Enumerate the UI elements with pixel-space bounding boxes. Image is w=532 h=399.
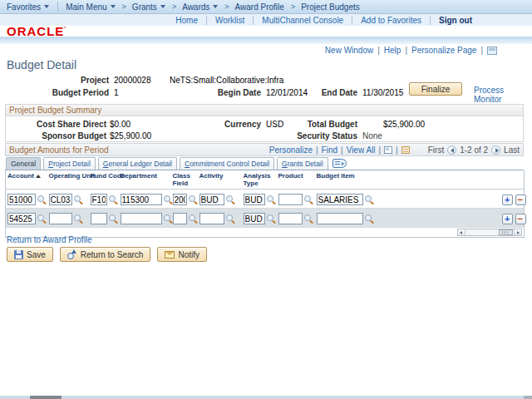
personalize-page-link[interactable]: Personalize Page xyxy=(411,46,476,55)
pagination-first-label[interactable]: First xyxy=(428,145,444,155)
budget-item-lookup-icon[interactable] xyxy=(365,214,373,223)
find-link[interactable]: Find xyxy=(322,145,337,155)
add-row-button[interactable] xyxy=(502,195,513,205)
breadcrumb-award-profile[interactable]: Award Profile xyxy=(224,2,284,12)
tab-project-detail[interactable]: Project Detail xyxy=(43,157,96,170)
scrollbar-track[interactable] xyxy=(466,229,514,235)
breadcrumb-grants[interactable]: Grants xyxy=(122,2,165,12)
download-grid-icon[interactable] xyxy=(401,146,410,154)
page-title: Budget Detail xyxy=(7,58,76,71)
return-to-award-profile-link[interactable]: Return to Award Profile xyxy=(7,235,92,244)
operating-unit-input[interactable] xyxy=(49,213,72,224)
personalize-link[interactable]: Personalize xyxy=(269,145,313,155)
account-lookup-icon[interactable] xyxy=(37,214,46,223)
column-header-department[interactable]: Department xyxy=(119,170,171,190)
save-button[interactable]: Save xyxy=(7,247,53,262)
breadcrumb-label: Favorites xyxy=(7,2,41,12)
breadcrumb-project-budgets[interactable]: Project Budgets xyxy=(291,2,360,12)
product-lookup-icon[interactable] xyxy=(304,214,313,223)
product-input[interactable] xyxy=(278,194,303,205)
column-header-fund-code[interactable]: Fund Code xyxy=(89,170,119,190)
personalize-layout-icon[interactable] xyxy=(487,47,497,55)
scroll-left-icon[interactable] xyxy=(458,229,466,235)
delete-row-button[interactable] xyxy=(515,214,526,224)
notify-button[interactable]: Notify xyxy=(157,247,207,262)
class-field-input[interactable] xyxy=(173,213,187,224)
analysis-type-input[interactable] xyxy=(244,194,265,205)
sort-ascending-icon xyxy=(36,175,41,178)
pagination-last-label[interactable]: Last xyxy=(504,145,520,155)
page-horizontal-scrollbar[interactable] xyxy=(0,396,532,399)
class-field-lookup-icon[interactable] xyxy=(189,214,197,223)
view-all-link[interactable]: View All xyxy=(347,145,376,155)
fund-code-input[interactable] xyxy=(91,194,107,205)
page-scrollbar-thumb[interactable] xyxy=(30,396,62,399)
chevron-down-icon xyxy=(44,5,49,8)
separator xyxy=(377,46,380,55)
department-lookup-icon[interactable] xyxy=(164,195,172,204)
column-header-account[interactable]: Account xyxy=(6,170,47,190)
analysis-type-lookup-icon[interactable] xyxy=(267,214,275,223)
operating-unit-input[interactable] xyxy=(49,194,72,205)
grid-horizontal-scrollbar[interactable] xyxy=(457,229,522,236)
show-all-columns-icon[interactable] xyxy=(332,159,347,168)
tab-general[interactable]: General xyxy=(6,157,41,170)
column-header-activity[interactable]: Activity xyxy=(198,170,242,190)
activity-lookup-icon[interactable] xyxy=(226,214,234,223)
zoom-grid-icon[interactable] xyxy=(384,146,392,154)
activity-lookup-icon[interactable] xyxy=(226,195,234,204)
multichannel-console-link[interactable]: MultiChannel Console xyxy=(253,16,352,25)
activity-input[interactable] xyxy=(200,194,224,205)
tab-commitment-control-detail[interactable]: Commitment Control Detail xyxy=(180,157,274,170)
delete-row-button[interactable] xyxy=(515,195,526,205)
budget-item-lookup-icon[interactable] xyxy=(365,195,373,204)
product-lookup-icon[interactable] xyxy=(304,195,313,204)
department-input[interactable] xyxy=(121,194,162,205)
account-lookup-icon[interactable] xyxy=(37,195,46,204)
return-to-search-button[interactable]: Return to Search xyxy=(60,247,151,262)
activity-input[interactable] xyxy=(200,213,224,224)
account-input[interactable] xyxy=(7,194,36,205)
product-input[interactable] xyxy=(278,213,303,224)
scrollbar-thumb[interactable] xyxy=(499,229,513,235)
column-header-analysis-type[interactable]: Analysis Type xyxy=(242,170,277,190)
process-monitor-link[interactable]: Process Monitor xyxy=(474,86,532,104)
finalize-button[interactable]: Finalize xyxy=(409,82,462,96)
add-to-favorites-link[interactable]: Add to Favorites xyxy=(352,16,430,25)
department-input[interactable] xyxy=(121,213,162,224)
column-header-class-field[interactable]: Class Field xyxy=(171,170,198,190)
class-field-lookup-icon[interactable] xyxy=(189,195,197,204)
previous-rows-icon[interactable] xyxy=(447,145,456,155)
help-link[interactable]: Help xyxy=(384,46,401,55)
column-header-budget-item[interactable]: Budget Item xyxy=(315,170,385,190)
new-window-link[interactable]: New Window xyxy=(325,46,373,55)
tab-general-ledger-detail[interactable]: General Ledger Detail xyxy=(98,157,177,170)
summary-section-header: Project Budget Summary xyxy=(6,105,523,116)
breadcrumb-favorites[interactable]: Favorites xyxy=(7,2,49,12)
next-rows-icon[interactable] xyxy=(491,145,500,155)
add-row-button[interactable] xyxy=(502,214,513,224)
department-lookup-icon[interactable] xyxy=(164,214,172,223)
budget-item-input[interactable] xyxy=(317,213,363,224)
sign-out-link[interactable]: Sign out xyxy=(430,16,480,25)
analysis-type-input[interactable] xyxy=(244,213,265,224)
account-input[interactable] xyxy=(7,213,36,224)
budget-item-input[interactable] xyxy=(317,194,363,205)
fund-code-lookup-icon[interactable] xyxy=(109,214,117,223)
class-field-input[interactable] xyxy=(173,194,187,205)
operating-unit-lookup-icon[interactable] xyxy=(74,214,82,223)
worklist-link[interactable]: Worklist xyxy=(206,16,253,25)
separator xyxy=(341,145,343,155)
column-header-product[interactable]: Product xyxy=(277,170,315,190)
breadcrumb-main-menu[interactable]: Main Menu xyxy=(66,2,115,12)
analysis-type-lookup-icon[interactable] xyxy=(267,195,275,204)
column-header-operating-unit[interactable]: Operating Unit xyxy=(47,170,89,190)
operating-unit-lookup-icon[interactable] xyxy=(74,195,82,204)
fund-code-lookup-icon[interactable] xyxy=(109,195,117,204)
scroll-right-icon[interactable] xyxy=(514,229,521,235)
home-link[interactable]: Home xyxy=(167,16,206,25)
fund-code-input[interactable] xyxy=(91,213,107,224)
project-description: NeTS:Small:Collaborative:Infra xyxy=(170,76,283,85)
breadcrumb-awards[interactable]: Awards xyxy=(172,2,218,12)
tab-grants-detail[interactable]: Grants Detail xyxy=(277,157,328,170)
